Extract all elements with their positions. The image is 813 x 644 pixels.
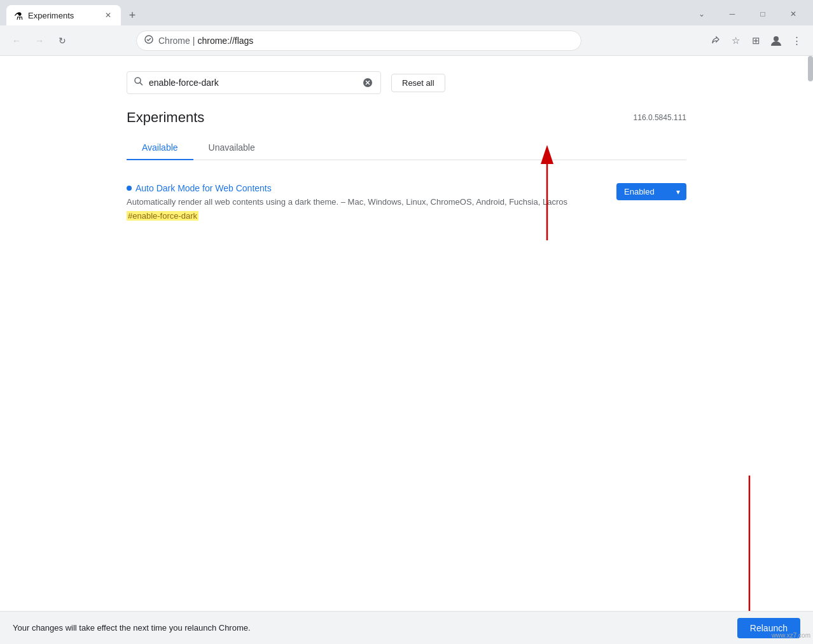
- chrome-label: Chrome: [158, 36, 190, 46]
- search-section: Reset all: [127, 56, 686, 94]
- bottom-message: Your changes will take effect the next t…: [13, 623, 251, 633]
- new-tab-button[interactable]: +: [123, 6, 141, 24]
- status-select[interactable]: Enabled Disabled Default: [616, 183, 686, 200]
- experiment-list: Auto Dark Mode for Web Contents Automati…: [127, 173, 686, 236]
- experiment-dot: [127, 186, 132, 191]
- window-controls: ⌄ ─ □ ✕: [687, 5, 808, 23]
- tab-title: Experiments: [28, 11, 99, 20]
- search-box[interactable]: [127, 71, 381, 94]
- title-bar: ⚗ Experiments ✕ + ⌄ ─ □ ✕: [0, 0, 813, 25]
- menu-icon[interactable]: ⋮: [788, 32, 805, 50]
- arrow-2: [724, 463, 775, 611]
- omnibox[interactable]: Chrome | chrome://flags: [136, 31, 581, 51]
- reload-button[interactable]: ↻: [53, 32, 71, 50]
- version-label: 116.0.5845.111: [634, 113, 686, 122]
- experiment-flag: #enable-force-dark: [127, 211, 198, 221]
- toolbar-icons: ☆ ⊞ ⋮: [706, 32, 805, 50]
- page-inner: Reset all Experiments 116.0.5845.111 Ava…: [101, 56, 712, 236]
- url-separator: |: [193, 36, 195, 46]
- bookmark-icon[interactable]: ☆: [726, 32, 744, 50]
- tab-available[interactable]: Available: [127, 136, 193, 160]
- profile-icon[interactable]: [767, 32, 785, 50]
- page-title: Experiments: [127, 109, 204, 126]
- watermark: www.xz7.com: [772, 632, 810, 639]
- forward-button[interactable]: →: [31, 32, 48, 50]
- tab-close-button[interactable]: ✕: [103, 10, 113, 20]
- experiments-header: Experiments 116.0.5845.111: [127, 94, 686, 136]
- browser-frame: ⚗ Experiments ✕ + ⌄ ─ □ ✕ ← → ↻ Chr: [0, 0, 813, 644]
- search-icon: [134, 76, 144, 89]
- url-display: Chrome | chrome://flags: [158, 36, 253, 46]
- status-select-wrapper: Enabled Disabled Default: [616, 183, 686, 200]
- tabs: Available Unavailable: [127, 136, 686, 160]
- tab-unavailable[interactable]: Unavailable: [193, 136, 270, 160]
- tab-search-icon[interactable]: ⊞: [747, 32, 765, 50]
- svg-line-3: [140, 83, 142, 85]
- svg-point-2: [135, 78, 141, 83]
- svg-point-1: [774, 36, 779, 41]
- clear-search-button[interactable]: [361, 76, 374, 89]
- lock-icon: [144, 35, 153, 46]
- bottom-bar: Your changes will take effect the next t…: [0, 611, 813, 644]
- experiment-item: Auto Dark Mode for Web Contents Automati…: [127, 178, 686, 231]
- back-button[interactable]: ←: [8, 32, 25, 50]
- experiment-info: Auto Dark Mode for Web Contents Automati…: [127, 183, 606, 221]
- close-button[interactable]: ✕: [779, 5, 808, 23]
- tab-favicon: ⚗: [14, 10, 24, 20]
- experiment-control: Enabled Disabled Default: [616, 183, 686, 200]
- address-bar: ← → ↻ Chrome | chrome://flags ☆: [0, 25, 813, 56]
- search-input[interactable]: [149, 78, 356, 88]
- chevron-button[interactable]: ⌄: [687, 5, 716, 23]
- experiment-desc: Automatically render all web contents us…: [127, 196, 606, 209]
- page-content: Reset all Experiments 116.0.5845.111 Ava…: [0, 56, 813, 611]
- tab-strip: ⚗ Experiments ✕ +: [6, 5, 687, 25]
- minimize-button[interactable]: ─: [718, 5, 747, 23]
- share-icon[interactable]: [706, 32, 724, 50]
- scrollbar-thumb[interactable]: [808, 56, 813, 81]
- reset-all-button[interactable]: Reset all: [391, 74, 445, 92]
- experiment-title: Auto Dark Mode for Web Contents: [136, 183, 272, 193]
- active-tab[interactable]: ⚗ Experiments ✕: [6, 5, 121, 25]
- url-path: chrome://flags: [197, 36, 253, 46]
- experiment-name: Auto Dark Mode for Web Contents: [127, 183, 606, 193]
- maximize-button[interactable]: □: [748, 5, 777, 23]
